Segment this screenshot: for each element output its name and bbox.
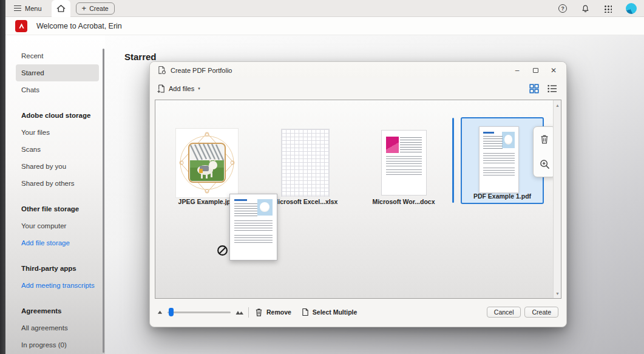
select-multiple-button[interactable]: Select Multiple [302,308,358,316]
footer-left-controls: Remove Select Multiple [157,298,367,327]
add-file-icon [157,84,166,94]
dialog-title: Create PDF Portfolio [171,67,232,74]
maximize-icon [533,68,538,73]
footer-right-controls: Cancel Create [487,298,558,327]
sidebar-heading-third-party-apps: Third-party apps [16,260,99,277]
add-files-button[interactable]: Add files ▾ [157,84,200,94]
file-thumbnail-jpeg[interactable] [176,129,238,197]
sidebar-heading-adobe-cloud-storage: Adobe cloud storage [16,107,99,124]
close-button[interactable]: ✕ [544,63,563,78]
sidebar-item-shared-by-you[interactable]: Shared by you [16,158,99,175]
menu-button[interactable]: Menu [14,0,42,17]
dialog-footer: Remove Select Multiple Cancel Create [150,298,566,327]
dialog-title-bar[interactable]: Create PDF Portfolio – ✕ [150,62,566,78]
word-doc-textlines [386,169,422,177]
top-bar: Menu + Create ? [5,0,644,17]
file-name-word: Microsoft Wor...docx [361,198,446,205]
portfolio-icon [157,66,166,75]
select-multiple-label: Select Multiple [313,308,358,316]
create-tab-label: Create [89,5,109,12]
thumbnail-size-slider[interactable] [168,308,231,316]
dragged-file-thumbnail[interactable] [229,194,277,260]
sidebar-heading-other-file-storage: Other file storage [16,200,99,217]
sidebar-item-in-progress[interactable]: In progress (0) [16,336,99,353]
sidebar-item-add-meeting-transcripts[interactable]: Add meeting transcripts [16,277,99,294]
delete-file-button[interactable] [534,127,555,152]
slider-thumb[interactable] [169,308,174,316]
not-allowed-cursor-icon [217,245,228,256]
sidebar-item-recent[interactable]: Recent [16,47,99,64]
pdf-preview-page [479,126,519,193]
acrobat-logo-icon [15,20,27,32]
screen-edge-vignette [0,0,5,354]
file-card-pdf-selected[interactable]: PDF Example 1.pdf [461,117,544,204]
word-doc-textlines [400,137,422,152]
remove-button[interactable]: Remove [255,308,291,317]
trash-icon [540,134,549,145]
word-doc-image [386,137,399,154]
sidebar-item-chats[interactable]: Chats [16,81,99,98]
top-bar-actions: ? [558,0,637,17]
add-files-label: Add files [169,85,194,92]
welcome-bar: Welcome to Acrobat, Erin [5,17,644,35]
drop-insertion-indicator [452,118,454,203]
sidebar-item-scans[interactable]: Scans [16,141,99,158]
chevron-down-icon: ▾ [198,86,200,91]
page-icon [302,308,309,316]
trash-icon [255,308,263,317]
welcome-title: Welcome to Acrobat, Erin [36,22,122,30]
sidebar-item-shared-by-others[interactable]: Shared by others [16,175,99,192]
menu-label: Menu [25,5,42,12]
create-tab-button[interactable]: + Create [76,2,115,15]
file-name-pdf: PDF Example 1.pdf [462,192,543,200]
slider-track[interactable] [168,311,231,313]
sidebar-scrollbar[interactable] [103,49,104,353]
word-doc-textlines [386,156,422,166]
cancel-button[interactable]: Cancel [487,307,521,318]
zoom-out-thumbnails-icon[interactable] [157,310,163,315]
list-view-button[interactable] [547,84,557,93]
magnifier-plus-icon [540,159,550,169]
scroll-up-icon[interactable]: ▲ [554,101,561,109]
view-toggle [529,78,557,99]
sidebar-heading-agreements: Agreements [16,302,99,319]
content-scrollbar[interactable]: ▲ ▼ [553,100,561,298]
home-icon [56,4,66,13]
plus-icon: + [82,5,87,12]
minimize-button[interactable]: – [508,63,526,78]
user-avatar[interactable] [626,3,637,14]
bell-icon[interactable] [581,4,590,13]
help-icon[interactable]: ? [558,4,567,13]
sidebar-item-add-file-storage[interactable]: Add file storage [16,234,99,251]
grid-view-icon [529,84,539,94]
grid-view-button[interactable] [529,84,539,94]
jpeg-preview-image [176,129,238,197]
dialog-toolbar: Add files ▾ [150,78,566,99]
tab-home[interactable] [52,0,70,17]
remove-label: Remove [266,308,291,316]
file-grid-area: JPEG Example.jpg Microsoft Excel...xlsx … [155,100,561,299]
maximize-button[interactable] [526,63,544,78]
window-controls: – ✕ [508,62,563,78]
create-pdf-portfolio-dialog: Create PDF Portfolio – ✕ Add files ▾ [149,61,567,327]
sidebar-item-your-computer[interactable]: Your computer [16,217,99,234]
create-button[interactable]: Create [524,307,558,318]
zoom-preview-button[interactable] [534,152,555,177]
page-title: Starred [124,52,644,62]
sidebar-item-all-agreements[interactable]: All agreements [16,319,99,336]
file-thumbnail-word[interactable] [381,130,427,196]
sidebar-item-your-files[interactable]: Your files [16,124,99,141]
footer-divider [248,307,249,318]
hamburger-icon [14,5,21,12]
file-thumbnail-excel[interactable] [281,129,330,197]
sidebar: Recent Starred Chats Adobe cloud storage… [5,35,105,354]
zoom-in-thumbnails-icon[interactable] [236,310,244,315]
sidebar-item-starred[interactable]: Starred [16,64,99,81]
app-window: Menu + Create ? Welcom [0,0,644,354]
apps-grid-icon[interactable] [604,5,612,13]
list-view-icon [547,84,557,93]
scroll-down-icon[interactable]: ▼ [554,289,561,298]
